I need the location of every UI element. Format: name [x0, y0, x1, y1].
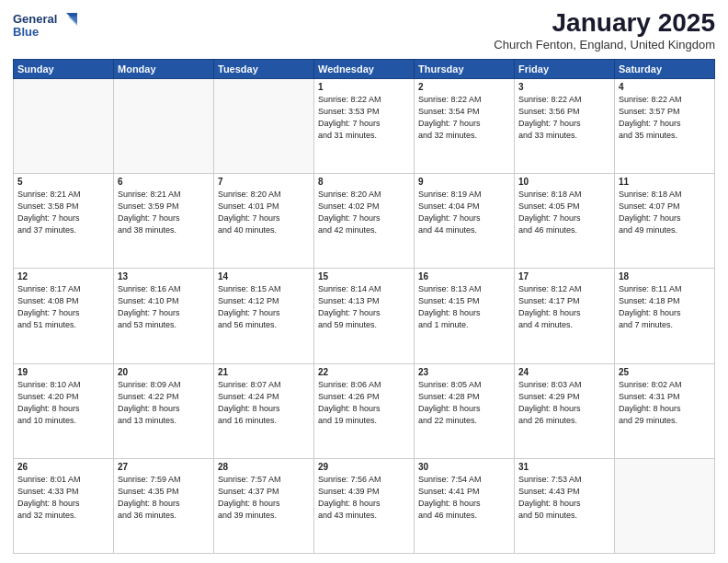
day-number: 28	[218, 462, 310, 472]
cell-week3-day3: 15Sunrise: 8:14 AM Sunset: 4:13 PM Dayli…	[314, 269, 415, 363]
cell-week3-day5: 17Sunrise: 8:12 AM Sunset: 4:17 PM Dayli…	[515, 269, 615, 363]
cell-week4-day2: 21Sunrise: 8:07 AM Sunset: 4:24 PM Dayli…	[214, 363, 314, 458]
day-info: Sunrise: 7:56 AM Sunset: 4:39 PM Dayligh…	[318, 474, 410, 522]
day-info: Sunrise: 8:22 AM Sunset: 3:54 PM Dayligh…	[418, 94, 510, 142]
cell-week1-day3: 1Sunrise: 8:22 AM Sunset: 3:53 PM Daylig…	[314, 78, 415, 173]
cell-week5-day6	[615, 458, 715, 553]
day-number: 23	[418, 367, 510, 377]
day-info: Sunrise: 7:53 AM Sunset: 4:43 PM Dayligh…	[518, 474, 610, 522]
logo-svg: General Blue	[13, 9, 77, 42]
day-number: 31	[518, 462, 610, 472]
day-info: Sunrise: 8:22 AM Sunset: 3:56 PM Dayligh…	[518, 94, 610, 142]
day-info: Sunrise: 8:21 AM Sunset: 3:58 PM Dayligh…	[17, 189, 109, 236]
svg-text:General: General	[13, 12, 57, 26]
day-number: 30	[418, 462, 510, 472]
day-number: 14	[218, 271, 310, 282]
cell-week5-day5: 31Sunrise: 7:53 AM Sunset: 4:43 PM Dayli…	[515, 458, 615, 553]
day-info: Sunrise: 8:20 AM Sunset: 4:01 PM Dayligh…	[218, 189, 310, 236]
day-number: 18	[619, 271, 711, 282]
cell-week2-day5: 10Sunrise: 8:18 AM Sunset: 4:05 PM Dayli…	[515, 174, 615, 269]
day-number: 25	[619, 367, 711, 377]
cell-week1-day5: 3Sunrise: 8:22 AM Sunset: 3:56 PM Daylig…	[515, 78, 615, 173]
day-info: Sunrise: 8:01 AM Sunset: 4:33 PM Dayligh…	[17, 474, 109, 522]
day-info: Sunrise: 8:22 AM Sunset: 3:57 PM Dayligh…	[619, 94, 711, 142]
week-row-1: 1Sunrise: 8:22 AM Sunset: 3:53 PM Daylig…	[14, 78, 715, 173]
cell-week3-day2: 14Sunrise: 8:15 AM Sunset: 4:12 PM Dayli…	[214, 269, 314, 363]
weekday-header-friday: Friday	[515, 59, 615, 78]
cell-week2-day0: 5Sunrise: 8:21 AM Sunset: 3:58 PM Daylig…	[14, 174, 114, 269]
day-info: Sunrise: 7:54 AM Sunset: 4:41 PM Dayligh…	[418, 474, 510, 522]
day-number: 9	[418, 177, 510, 187]
day-number: 8	[318, 177, 410, 187]
week-row-4: 19Sunrise: 8:10 AM Sunset: 4:20 PM Dayli…	[14, 363, 715, 458]
week-row-2: 5Sunrise: 8:21 AM Sunset: 3:58 PM Daylig…	[14, 174, 715, 269]
cell-week5-day0: 26Sunrise: 8:01 AM Sunset: 4:33 PM Dayli…	[14, 458, 114, 553]
day-number: 6	[118, 177, 210, 187]
day-number: 21	[218, 367, 310, 377]
day-number: 12	[17, 271, 109, 282]
day-info: Sunrise: 8:16 AM Sunset: 4:10 PM Dayligh…	[118, 283, 210, 331]
cell-week5-day4: 30Sunrise: 7:54 AM Sunset: 4:41 PM Dayli…	[415, 458, 515, 553]
day-info: Sunrise: 8:13 AM Sunset: 4:15 PM Dayligh…	[418, 283, 510, 331]
day-info: Sunrise: 8:06 AM Sunset: 4:26 PM Dayligh…	[318, 379, 410, 427]
day-number: 24	[518, 367, 610, 377]
day-info: Sunrise: 8:18 AM Sunset: 4:05 PM Dayligh…	[518, 189, 610, 236]
calendar-table: SundayMondayTuesdayWednesdayThursdayFrid…	[13, 59, 715, 554]
cell-week3-day4: 16Sunrise: 8:13 AM Sunset: 4:15 PM Dayli…	[415, 269, 515, 363]
cell-week2-day1: 6Sunrise: 8:21 AM Sunset: 3:59 PM Daylig…	[114, 174, 214, 269]
day-number: 11	[619, 177, 711, 187]
day-info: Sunrise: 8:22 AM Sunset: 3:53 PM Dayligh…	[318, 94, 410, 142]
weekday-header-thursday: Thursday	[415, 59, 515, 78]
cell-week4-day1: 20Sunrise: 8:09 AM Sunset: 4:22 PM Dayli…	[114, 363, 214, 458]
day-info: Sunrise: 8:02 AM Sunset: 4:31 PM Dayligh…	[619, 379, 711, 427]
page: General Blue January 2025 Church Fenton,…	[0, 0, 728, 563]
day-info: Sunrise: 8:10 AM Sunset: 4:20 PM Dayligh…	[17, 379, 109, 427]
cell-week5-day3: 29Sunrise: 7:56 AM Sunset: 4:39 PM Dayli…	[314, 458, 415, 553]
cell-week1-day4: 2Sunrise: 8:22 AM Sunset: 3:54 PM Daylig…	[415, 78, 515, 173]
day-number: 3	[518, 82, 610, 92]
month-title: January 2025	[494, 9, 715, 38]
cell-week4-day3: 22Sunrise: 8:06 AM Sunset: 4:26 PM Dayli…	[314, 363, 415, 458]
day-info: Sunrise: 7:59 AM Sunset: 4:35 PM Dayligh…	[118, 474, 210, 522]
day-number: 7	[218, 177, 310, 187]
weekday-header-row: SundayMondayTuesdayWednesdayThursdayFrid…	[14, 59, 715, 78]
weekday-header-tuesday: Tuesday	[214, 59, 314, 78]
cell-week3-day1: 13Sunrise: 8:16 AM Sunset: 4:10 PM Dayli…	[114, 269, 214, 363]
day-number: 4	[619, 82, 711, 92]
day-number: 5	[17, 177, 109, 187]
day-info: Sunrise: 8:07 AM Sunset: 4:24 PM Dayligh…	[218, 379, 310, 427]
day-info: Sunrise: 8:03 AM Sunset: 4:29 PM Dayligh…	[518, 379, 610, 427]
cell-week1-day6: 4Sunrise: 8:22 AM Sunset: 3:57 PM Daylig…	[615, 78, 715, 173]
cell-week1-day1	[114, 78, 214, 173]
cell-week2-day6: 11Sunrise: 8:18 AM Sunset: 4:07 PM Dayli…	[615, 174, 715, 269]
day-info: Sunrise: 8:09 AM Sunset: 4:22 PM Dayligh…	[118, 379, 210, 427]
day-number: 22	[318, 367, 410, 377]
weekday-header-sunday: Sunday	[14, 59, 114, 78]
day-number: 27	[118, 462, 210, 472]
day-number: 10	[518, 177, 610, 187]
day-number: 26	[17, 462, 109, 472]
cell-week1-day0	[14, 78, 114, 173]
title-block: January 2025 Church Fenton, England, Uni…	[494, 9, 715, 52]
cell-week4-day0: 19Sunrise: 8:10 AM Sunset: 4:20 PM Dayli…	[14, 363, 114, 458]
cell-week1-day2	[214, 78, 314, 173]
day-number: 29	[318, 462, 410, 472]
day-number: 20	[118, 367, 210, 377]
cell-week3-day0: 12Sunrise: 8:17 AM Sunset: 4:08 PM Dayli…	[14, 269, 114, 363]
day-number: 17	[518, 271, 610, 282]
cell-week2-day4: 9Sunrise: 8:19 AM Sunset: 4:04 PM Daylig…	[415, 174, 515, 269]
day-info: Sunrise: 8:14 AM Sunset: 4:13 PM Dayligh…	[318, 283, 410, 331]
svg-text:Blue: Blue	[13, 25, 39, 39]
weekday-header-monday: Monday	[114, 59, 214, 78]
day-info: Sunrise: 8:17 AM Sunset: 4:08 PM Dayligh…	[17, 283, 109, 331]
logo: General Blue	[13, 9, 77, 42]
day-info: Sunrise: 8:15 AM Sunset: 4:12 PM Dayligh…	[218, 283, 310, 331]
cell-week4-day6: 25Sunrise: 8:02 AM Sunset: 4:31 PM Dayli…	[615, 363, 715, 458]
day-number: 19	[17, 367, 109, 377]
day-info: Sunrise: 8:21 AM Sunset: 3:59 PM Dayligh…	[118, 189, 210, 236]
day-number: 13	[118, 271, 210, 282]
day-number: 15	[318, 271, 410, 282]
week-row-3: 12Sunrise: 8:17 AM Sunset: 4:08 PM Dayli…	[14, 269, 715, 363]
day-info: Sunrise: 8:20 AM Sunset: 4:02 PM Dayligh…	[318, 189, 410, 236]
day-info: Sunrise: 8:11 AM Sunset: 4:18 PM Dayligh…	[619, 283, 711, 331]
